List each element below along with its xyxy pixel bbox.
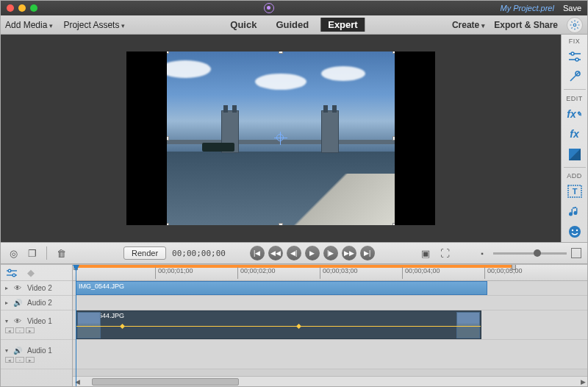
add-media-menu[interactable]: Add Media (5, 20, 53, 30)
titlebar: My Project.prel Save (1, 1, 587, 15)
clip-video2[interactable]: IMG_0544.JPG (76, 281, 487, 295)
speaker-icon[interactable]: 🔊 (12, 347, 23, 355)
timecode-display[interactable]: 00;00;00;00 (172, 249, 226, 258)
keyframe-nav[interactable]: ◂◦▸ (5, 357, 35, 363)
current-time-indicator[interactable] (76, 265, 76, 386)
graphics-smiley-icon[interactable] (564, 224, 585, 241)
marker-icon[interactable]: ❐ (26, 246, 39, 260)
zoom-fit-icon[interactable] (571, 248, 581, 258)
export-share-button[interactable]: Export & Share (494, 20, 558, 30)
trash-icon[interactable]: 🗑 (54, 246, 68, 260)
track-header-video1[interactable]: ▾ 👁 Video 1 ◂◦▸ (1, 310, 72, 340)
mode-tabs: Quick Guided Expert (223, 18, 365, 32)
rewind-button[interactable]: ◀◀ (268, 246, 283, 260)
tab-quick[interactable]: Quick (223, 18, 264, 32)
scroll-left-icon[interactable]: ◀ (73, 378, 82, 386)
zoom-window-button[interactable] (30, 4, 37, 12)
fast-fwd-button[interactable]: ▶▶ (342, 246, 356, 260)
playback-controls: |◀ ◀◀ ◀| ▶ |▶ ▶▶ ▶| (250, 246, 375, 260)
zoom-out-icon[interactable]: ▪ (476, 246, 489, 260)
scroll-thumb[interactable] (92, 378, 239, 386)
goto-end-button[interactable]: ▶| (360, 246, 375, 260)
fx-edit-icon[interactable]: fx✎ (564, 105, 585, 123)
track-header-audio1[interactable]: ▾ 🔊 Audio 1 ◂◦▸ (1, 340, 72, 369)
collapse-icon[interactable]: ▾ (5, 347, 8, 354)
anchor-point-icon[interactable] (276, 134, 284, 141)
preview-monitor (1, 35, 561, 242)
track-label: Audio 1 (27, 347, 52, 355)
scroll-right-icon[interactable]: ▶ (578, 378, 587, 386)
lane-audio1[interactable] (73, 340, 587, 369)
adjust-sliders-icon[interactable] (564, 48, 585, 65)
timeline-sliders-icon[interactable] (5, 268, 18, 278)
timeline-keyframe-icon[interactable]: ◆ (24, 268, 37, 278)
time-ruler[interactable]: 00;00;01;00 00;00;02;00 00;00;03;00 00;0… (73, 265, 587, 281)
timeline-lanes[interactable]: 00;00;01;00 00;00;02;00 00;00;03;00 00;0… (73, 265, 587, 386)
ruler-mark: 00;00;04;00 (402, 267, 440, 279)
zoom-controls: ▪ (476, 246, 581, 260)
create-menu[interactable]: Create (452, 20, 485, 30)
eye-icon[interactable]: 👁 (12, 317, 23, 326)
tools-icon[interactable] (564, 68, 585, 86)
titles-icon[interactable]: T (564, 182, 585, 200)
resize-handle-tr[interactable] (392, 52, 395, 54)
project-assets-menu[interactable]: Project Assets (63, 20, 125, 30)
opacity-rubberband[interactable] (76, 326, 481, 327)
track-label: Audio 2 (27, 299, 52, 307)
snapshot-icon[interactable]: ◎ (7, 246, 20, 260)
resize-handle-ml[interactable] (167, 136, 169, 141)
tab-guided[interactable]: Guided (268, 18, 316, 32)
speaker-icon[interactable]: 🔊 (12, 299, 23, 308)
svg-point-3 (571, 52, 574, 55)
clip-video1[interactable]: IMG_0544.JPG (76, 310, 481, 339)
close-window-button[interactable] (7, 4, 14, 12)
lane-video2[interactable]: IMG_0544.JPG (73, 281, 587, 296)
save-button[interactable]: Save (563, 4, 581, 13)
render-button[interactable]: Render (123, 246, 166, 260)
work-area-bar[interactable] (76, 265, 514, 268)
resize-handle-br[interactable] (392, 223, 395, 225)
color-grade-icon[interactable] (564, 146, 585, 163)
svg-point-10 (571, 230, 573, 231)
track-label: Video 1 (27, 317, 52, 325)
track-header-audio2[interactable]: ▸ 🔊 Audio 2 (1, 296, 72, 310)
ruler-mark: 00;00;02;00 (237, 267, 276, 279)
resize-handle-bl[interactable] (167, 223, 169, 225)
collapse-icon[interactable]: ▸ (5, 299, 8, 306)
resize-handle-tm[interactable] (279, 52, 283, 54)
minimize-window-button[interactable] (18, 4, 26, 12)
resize-handle-tl[interactable] (167, 52, 169, 54)
preview-frame[interactable] (167, 52, 395, 225)
svg-point-4 (576, 58, 578, 61)
keyframe-icon[interactable] (120, 324, 125, 329)
app-logo (37, 3, 501, 13)
lane-video1[interactable]: IMG_0544.JPG (73, 310, 587, 340)
play-button[interactable]: ▶ (305, 246, 320, 260)
fullscreen-icon[interactable]: ⛶ (438, 246, 451, 260)
timeline-scrollbar[interactable]: ◀ ▶ (73, 376, 587, 386)
safe-margins-icon[interactable]: ▣ (419, 246, 432, 260)
preview-canvas[interactable] (126, 52, 435, 225)
settings-gear-icon[interactable] (567, 17, 583, 33)
step-back-button[interactable]: ◀| (287, 246, 301, 260)
panel-section-add: ADD (567, 169, 582, 181)
resize-handle-bm[interactable] (279, 223, 283, 225)
collapse-icon[interactable]: ▾ (5, 318, 8, 324)
resize-handle-mr[interactable] (392, 136, 395, 141)
keyframe-nav[interactable]: ◂◦▸ (5, 327, 35, 333)
track-header-video2[interactable]: ▸ 👁 Video 2 (1, 281, 72, 296)
music-icon[interactable] (564, 203, 585, 221)
collapse-icon[interactable]: ▸ (5, 285, 8, 291)
tab-expert[interactable]: Expert (320, 18, 365, 32)
eye-icon[interactable]: 👁 (12, 284, 23, 293)
svg-point-9 (569, 226, 581, 238)
step-fwd-button[interactable]: |▶ (323, 246, 338, 260)
clip-thumb-in (77, 312, 101, 338)
zoom-slider[interactable] (493, 252, 567, 255)
svg-point-14 (8, 269, 11, 272)
lane-audio2[interactable] (73, 296, 587, 310)
keyframe-icon[interactable] (296, 324, 301, 329)
goto-start-button[interactable]: |◀ (250, 246, 265, 260)
fx-icon[interactable]: fx (564, 125, 585, 143)
transport-bar: ◎ ❐ 🗑 Render 00;00;00;00 |◀ ◀◀ ◀| ▶ |▶ ▶… (1, 242, 587, 264)
